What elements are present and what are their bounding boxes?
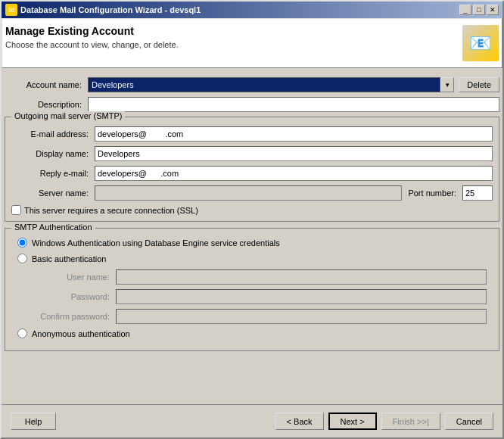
footer: Help < Back Next > Finish >>| Cancel [2, 404, 502, 437]
server-label: Server name: [11, 188, 95, 198]
description-input[interactable] [88, 97, 499, 112]
description-row: Description: [5, 97, 499, 112]
smtp-section: Outgoing mail server (SMTP) E-mail addre… [5, 117, 499, 222]
close-button[interactable]: ✕ [487, 5, 499, 15]
header-icon: 📧 [462, 25, 499, 61]
username-row: User name: [33, 269, 487, 285]
window-title: Database Mail Configuration Wizard - dev… [20, 5, 201, 14]
next-button[interactable]: Next > [328, 413, 377, 430]
main-window: ✉ Database Mail Configuration Wizard - d… [0, 0, 504, 439]
ssl-checkbox[interactable] [11, 205, 21, 215]
maximize-button[interactable]: □ [473, 5, 485, 15]
account-name-dropdown-wrapper: Developers ▼ [88, 77, 454, 92]
port-input[interactable] [462, 185, 493, 201]
basic-auth-radio[interactable] [17, 254, 27, 263]
smtp-content: E-mail address: Display name: Reply e-ma… [11, 126, 493, 215]
password-input[interactable] [116, 289, 487, 304]
ssl-label: This server requires a secure connection… [24, 206, 198, 215]
email-row: E-mail address: [11, 126, 493, 142]
title-bar: ✉ Database Mail Configuration Wizard - d… [2, 2, 502, 18]
confirm-password-label: Confirm password: [33, 312, 116, 321]
reply-email-row: Reply e-mail: [11, 166, 493, 181]
anonymous-auth-radio[interactable] [17, 328, 27, 338]
port-label: Port number: [408, 188, 456, 198]
page-title: Manage Existing Account [5, 25, 462, 37]
reply-email-input[interactable] [95, 166, 493, 181]
cancel-button[interactable]: Cancel [445, 413, 493, 430]
title-bar-left: ✉ Database Mail Configuration Wizard - d… [5, 4, 201, 16]
minimize-button[interactable]: _ [459, 5, 471, 15]
email-input[interactable] [95, 126, 493, 142]
confirm-password-row: Confirm password: [33, 309, 487, 324]
back-button[interactable]: < Back [275, 413, 324, 430]
auth-content: Windows Authentication using Database En… [11, 238, 493, 338]
basic-auth-fields: User name: Password: Confirm password: [17, 269, 487, 324]
email-label: E-mail address: [11, 129, 95, 139]
auth-section-title: SMTP Authentication [11, 223, 95, 232]
finish-button[interactable]: Finish >>| [381, 413, 440, 430]
display-name-input[interactable] [95, 146, 493, 161]
delete-button[interactable]: Delete [459, 77, 499, 92]
windows-auth-row: Windows Authentication using Database En… [17, 238, 487, 248]
windows-auth-label: Windows Authentication using Database En… [32, 238, 280, 248]
display-name-label: Display name: [11, 149, 95, 158]
account-name-row: Account name: Developers ▼ Delete [5, 77, 499, 92]
windows-auth-radio[interactable] [17, 238, 27, 248]
account-name-dropdown-button[interactable]: ▼ [440, 77, 454, 92]
basic-auth-row: Basic authentication [17, 254, 487, 263]
basic-auth-label: Basic authentication [32, 254, 106, 263]
password-row: Password: [33, 289, 487, 304]
password-label: Password: [33, 292, 116, 301]
anonymous-auth-row: Anonymous authentication [17, 328, 487, 338]
reply-email-label: Reply e-mail: [11, 169, 95, 178]
form-area: Account name: Developers ▼ Delete Descri… [2, 74, 502, 404]
help-button[interactable]: Help [11, 413, 56, 430]
server-inputs: Port number: [95, 185, 493, 201]
server-row: Server name: Port number: [11, 185, 493, 201]
username-label: User name: [33, 272, 116, 282]
title-bar-buttons: _ □ ✕ [459, 5, 499, 15]
server-name-input[interactable] [95, 185, 402, 201]
header-section: Manage Existing Account Choose the accou… [2, 18, 502, 68]
account-name-display: Developers [88, 77, 440, 92]
header-text: Manage Existing Account Choose the accou… [5, 25, 462, 49]
anonymous-auth-label: Anonymous authentication [32, 329, 130, 338]
app-icon: ✉ [5, 4, 17, 16]
ssl-row: This server requires a secure connection… [11, 205, 493, 215]
auth-section: SMTP Authentication Windows Authenticati… [5, 228, 499, 351]
display-name-row: Display name: [11, 146, 493, 161]
footer-left: Help [11, 413, 271, 430]
page-subtitle: Choose the account to view, change, or d… [5, 40, 462, 49]
username-input[interactable] [116, 269, 487, 285]
confirm-password-input[interactable] [116, 309, 487, 324]
description-label: Description: [5, 100, 88, 109]
smtp-section-title: Outgoing mail server (SMTP) [11, 111, 125, 120]
account-name-label: Account name: [5, 80, 88, 89]
